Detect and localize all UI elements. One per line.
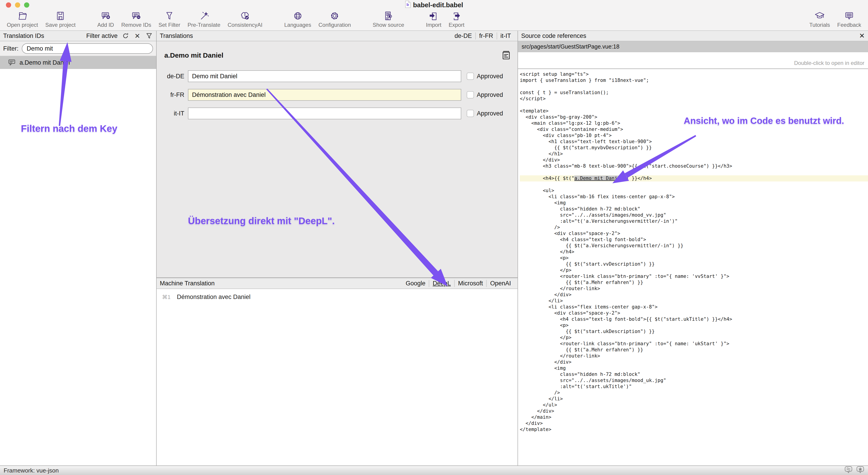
traffic-lights	[6, 2, 29, 8]
source-code-view: <script setup lang="ts">import { useTran…	[518, 69, 868, 466]
refresh-icon[interactable]	[122, 32, 129, 40]
approved-label: Approved	[477, 73, 503, 80]
mt-suggestion-row[interactable]: ⌘1Démonstration avec Daniel	[157, 289, 518, 301]
approved-checkbox-fr-FR[interactable]	[467, 91, 474, 98]
zoom-window-button[interactable]	[24, 2, 29, 8]
tab-label: Microsoft	[458, 280, 483, 287]
source-reference-row[interactable]: src/pages/start/GuestStartPage.vue:18	[518, 41, 868, 52]
approved-label: Approved	[477, 110, 503, 117]
notes-notepad-icon[interactable]	[501, 49, 512, 61]
toolbar-button-export[interactable]: Export	[445, 10, 468, 28]
mt-tab-deepl[interactable]: DeepL	[429, 280, 454, 287]
approved-checkbox-de-DE[interactable]	[467, 73, 474, 80]
toolbar-button-pre-translate[interactable]: Pre-Translate	[184, 10, 224, 28]
code-line: {{ $t("a.Versicherungsvermittler/-in") }…	[520, 243, 868, 249]
filter-input[interactable]	[22, 43, 153, 54]
translation-id-list: a.Demo mit Daniel	[0, 56, 156, 466]
toolbar-button-add-id[interactable]: Add ID	[94, 10, 118, 28]
machine-translation-tabs: GoogleDeepLMicrosoftOpenAI	[402, 280, 514, 287]
code-line: const { t } = useTranslation();	[520, 90, 868, 96]
fuzzy-match-bubble-icon[interactable]	[844, 466, 852, 475]
translation-input-de-DE[interactable]	[188, 70, 461, 82]
open-in-editor-hint: Double-click to open in editor	[794, 60, 864, 66]
filter-active-status: Filter active	[86, 32, 118, 39]
mt-tab-microsoft[interactable]: Microsoft	[454, 280, 487, 287]
code-line: class="hidden h-72 md:block"	[520, 371, 868, 377]
mt-tab-google[interactable]: Google	[402, 280, 429, 287]
toolbar-button-configuration[interactable]: Configuration	[315, 10, 354, 28]
code-line: />	[520, 224, 868, 231]
translations-panel: Translations de-DEfr-FRit-IT a.Demo mit …	[157, 31, 518, 466]
code-line: <img	[520, 365, 868, 371]
toolbar-button-open-project[interactable]: Open project	[3, 10, 41, 28]
toolbar-button-save-project[interactable]: Save project	[41, 10, 79, 28]
code-line: <router-link class="btn-primary" :to="{ …	[520, 273, 868, 279]
bubble-add-icon	[100, 10, 111, 22]
import-icon	[428, 10, 439, 22]
tab-label: Google	[406, 280, 425, 287]
toolbar-button-show-source[interactable]: Show source	[369, 10, 408, 28]
tab-label: it-IT	[500, 32, 511, 39]
filter-funnel-icon[interactable]	[145, 32, 153, 40]
code-line: </div>	[520, 157, 868, 163]
language-tab-fr-fr[interactable]: fr-FR	[475, 32, 496, 39]
toolbar-button-remove-ids[interactable]: Remove IDs	[118, 10, 155, 28]
toolbar-button-feedback[interactable]: Feedback	[834, 10, 865, 28]
status-bar: Framework: vue-json	[0, 466, 868, 475]
minimize-window-button[interactable]	[15, 2, 20, 8]
code-line: {{ $t("a.Mehr erfahren") }}	[520, 279, 868, 285]
language-label: fr-FR	[162, 92, 184, 98]
code-line: <script setup lang="ts">	[520, 71, 868, 77]
mt-tab-openai[interactable]: OpenAI	[486, 280, 514, 287]
brain-check-icon	[240, 10, 250, 22]
tab-label: DeepL	[433, 280, 451, 287]
filter-row: Filter:	[0, 41, 156, 56]
framework-status: Framework: vue-json	[4, 467, 59, 474]
magic-wand-icon	[199, 10, 209, 22]
toolbar-right: TutorialsFeedback	[806, 10, 865, 28]
toolbar-button-languages[interactable]: Languages	[281, 10, 315, 28]
translation-input-it-IT[interactable]	[188, 107, 461, 119]
code-line: <img	[520, 200, 868, 206]
language-tab-de-de[interactable]: de-DE	[451, 32, 475, 39]
code-line: </div>	[520, 292, 868, 298]
favorites-bubble-icon[interactable]	[856, 466, 864, 475]
approved-label: Approved	[477, 92, 503, 98]
toolbar-button-tutorials[interactable]: Tutorials	[806, 10, 834, 28]
folder-open-icon	[17, 10, 28, 22]
toolbar-button-label: Add ID	[97, 22, 114, 28]
tab-label: fr-FR	[479, 32, 493, 39]
document-eye-icon	[383, 10, 394, 22]
language-tab-it-it[interactable]: it-IT	[497, 32, 515, 39]
close-window-button[interactable]	[6, 2, 11, 8]
code-line: {{ $t("start.myvbvDescription") }}	[520, 145, 868, 151]
code-line	[520, 169, 868, 175]
annotation-deepl: Übersetzung direkt mit "DeepL".	[188, 215, 335, 226]
translation-input-fr-FR[interactable]	[188, 89, 461, 101]
code-line: import { useTranslation } from "i18next-…	[520, 77, 868, 83]
language-label: it-IT	[162, 110, 184, 117]
approved-checkbox-it-IT[interactable]	[467, 110, 474, 117]
toolbar-group: LanguagesConfiguration	[281, 10, 354, 28]
highlighted-translation-key[interactable]: a.Demo mit Daniel	[574, 176, 623, 181]
code-line: <li class="flex items-center gap-x-8">	[520, 304, 868, 310]
translation-rows: de-DEApprovedfr-FRApprovedit-ITApproved	[157, 70, 518, 119]
code-line: <p>	[520, 323, 868, 329]
code-line: </div>	[520, 408, 868, 414]
toolbar-button-set-filter[interactable]: Set Filter	[155, 10, 184, 28]
code-line: </h4>	[520, 249, 868, 255]
code-line: </ul>	[520, 402, 868, 408]
close-panel-icon[interactable]: ✕	[859, 32, 865, 39]
gear-icon	[329, 10, 340, 22]
toolbar-button-label: Languages	[284, 22, 311, 28]
clear-filter-icon[interactable]: ✕	[133, 32, 141, 40]
titlebar: b babel-edit.babel	[0, 0, 868, 10]
mt-suggestion-text: Démonstration avec Daniel	[177, 294, 250, 301]
source-references-title: Source code references	[521, 32, 586, 39]
toolbar-button-consistencyai[interactable]: ConsistencyAI	[224, 10, 266, 28]
translation-id-item[interactable]: a.Demo mit Daniel	[0, 56, 156, 69]
toolbar-button-label: Configuration	[318, 22, 351, 28]
toolbar-group: Open projectSave project	[3, 10, 79, 28]
code-line: <div class="space-y-2">	[520, 310, 868, 316]
toolbar-button-import[interactable]: Import	[422, 10, 445, 28]
